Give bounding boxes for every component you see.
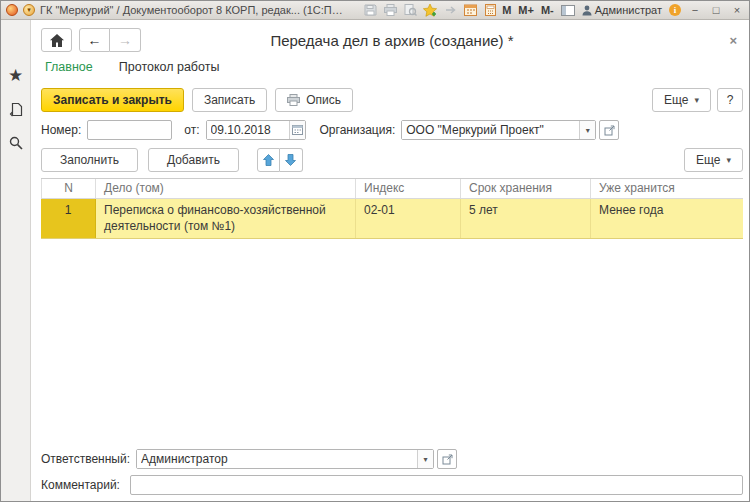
table-row[interactable]: 1 Переписка о финансово-хозяйственной де… (41, 199, 743, 239)
history-icon (9, 102, 23, 117)
fill-button[interactable]: Заполнить (41, 148, 138, 172)
scale-m-minus-button[interactable]: М- (541, 4, 554, 16)
open-link-icon (604, 125, 615, 136)
go-to-link-icon[interactable] (443, 4, 457, 17)
date-label: от: (184, 123, 199, 137)
favorites-button[interactable]: ★ (8, 69, 23, 83)
responsible-row: Ответственный: ▾ (41, 449, 743, 469)
forward-arrow-icon: → (118, 32, 132, 48)
command-bar: Записать и закрыть Записать Опись Еще ▾ … (41, 88, 743, 112)
number-label: Номер: (41, 123, 81, 137)
comment-label: Комментарий: (41, 478, 120, 492)
column-header-retention[interactable]: Срок хранения (461, 179, 591, 198)
search-icon (9, 136, 23, 150)
tab-main[interactable]: Главное (45, 60, 93, 78)
date-input[interactable] (207, 121, 289, 139)
back-button[interactable]: ← (79, 28, 110, 52)
chevron-down-icon: ▾ (726, 155, 731, 165)
print-preview-icon[interactable] (403, 4, 417, 17)
organization-dropdown-button[interactable]: ▾ (579, 121, 595, 139)
column-header-index[interactable]: Индекс (356, 179, 461, 198)
number-input[interactable] (87, 120, 172, 140)
app-logo-icon[interactable] (6, 4, 18, 16)
window-title: ГК "Меркурий" / Документооборот 8 КОРП, … (40, 4, 344, 16)
more-button-label: Еще (664, 93, 688, 107)
app-menu-icon[interactable]: ▾ (23, 4, 35, 16)
scale-m-plus-button[interactable]: М+ (518, 4, 534, 16)
form-close-button[interactable]: × (723, 33, 743, 48)
user-icon (582, 5, 592, 16)
cell-stored: Менее года (591, 199, 743, 238)
save-icon[interactable] (363, 4, 377, 17)
tool-panel-sidebar: ★ (1, 20, 31, 501)
panels-icon[interactable] (561, 4, 575, 17)
calendar-icon[interactable] (463, 4, 477, 17)
open-link-icon (442, 454, 453, 465)
arrow-up-icon (263, 154, 274, 166)
calendar-small-icon (292, 125, 303, 135)
app-body: ★ Передача дел в архив (создание) * ← → … (1, 20, 749, 501)
date-picker-button[interactable] (289, 121, 305, 139)
more-button-top[interactable]: Еще ▾ (652, 88, 711, 112)
functions-menu-button[interactable] (11, 34, 21, 50)
chevron-down-icon: ▾ (424, 455, 428, 464)
comment-row: Комментарий: (41, 475, 743, 495)
table-header-row: N Дело (том) Индекс Срок хранения Уже хр… (41, 179, 743, 199)
page-title: Передача дел в архив (создание) * (41, 32, 743, 49)
move-up-button[interactable] (257, 148, 280, 172)
table-toolbar: Заполнить Добавить Еще ▾ (41, 148, 743, 172)
responsible-label: Ответственный: (41, 452, 130, 466)
current-user-label: Администрат (595, 4, 662, 16)
tab-work-protocol[interactable]: Протокол работы (119, 60, 220, 78)
cell-index: 02-01 (356, 199, 461, 238)
form-header: Передача дел в архив (создание) * ← → × (41, 28, 743, 52)
save-button[interactable]: Записать (192, 88, 267, 112)
comment-input[interactable] (130, 475, 743, 495)
inventory-button-label: Опись (306, 93, 341, 107)
organization-input[interactable] (402, 121, 579, 139)
favorites-add-icon[interactable] (423, 4, 437, 17)
form-tabs: Главное Протокол работы (41, 60, 743, 78)
forward-button[interactable]: → (110, 28, 141, 52)
print-icon[interactable] (383, 4, 397, 17)
back-arrow-icon: ← (88, 32, 102, 48)
more-button-table[interactable]: Еще ▾ (684, 148, 743, 172)
responsible-input[interactable] (137, 450, 417, 468)
home-button[interactable] (41, 28, 72, 52)
column-header-case[interactable]: Дело (том) (96, 179, 356, 198)
move-down-button[interactable] (280, 148, 303, 172)
help-button[interactable]: ? (717, 88, 743, 112)
search-button[interactable] (9, 136, 23, 150)
organization-label: Организация: (320, 123, 396, 137)
star-icon: ★ (8, 66, 23, 85)
save-and-close-button[interactable]: Записать и закрыть (41, 88, 184, 112)
titlebar: ▾ ГК "Меркурий" / Документооборот 8 КОРП… (1, 1, 749, 20)
cases-table: N Дело (том) Индекс Срок хранения Уже хр… (41, 178, 743, 443)
info-icon[interactable]: i (669, 4, 681, 16)
current-user-button[interactable]: Администрат (582, 4, 662, 16)
history-button[interactable] (9, 102, 23, 117)
cell-retention: 5 лет (461, 199, 591, 238)
minimize-button[interactable]: − (688, 4, 702, 16)
scale-m-button[interactable]: М (502, 4, 511, 16)
home-icon (50, 34, 64, 47)
calculator-icon[interactable] (483, 4, 497, 17)
add-button[interactable]: Добавить (148, 148, 239, 172)
responsible-open-button[interactable] (437, 449, 457, 469)
header-fields-row: Номер: от: Организация: ▾ (41, 120, 743, 140)
table-empty-area (41, 239, 743, 443)
organization-open-button[interactable] (599, 120, 619, 140)
arrow-down-icon (285, 154, 296, 166)
form-content: Передача дел в архив (создание) * ← → × … (31, 20, 749, 501)
maximize-button[interactable]: □ (709, 4, 723, 16)
more-button-label: Еще (696, 153, 720, 167)
close-window-button[interactable]: × (730, 4, 744, 16)
responsible-dropdown-button[interactable]: ▾ (417, 450, 433, 468)
printer-icon (287, 94, 300, 106)
column-header-n[interactable]: N (41, 179, 96, 198)
column-header-stored[interactable]: Уже хранится (591, 179, 743, 198)
inventory-button[interactable]: Опись (275, 88, 353, 112)
cell-row-number: 1 (41, 199, 96, 238)
cell-case: Переписка о финансово-хозяйственной деят… (96, 199, 356, 238)
chevron-down-icon: ▾ (586, 126, 590, 135)
